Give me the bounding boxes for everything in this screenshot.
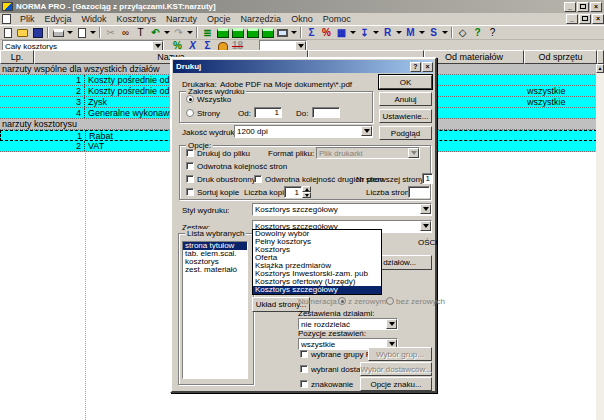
style-dropdown-button[interactable] xyxy=(420,204,431,214)
tree-view-button[interactable]: ≣ xyxy=(200,27,215,39)
view-window-4-button[interactable] xyxy=(260,27,275,39)
materialy-button[interactable]: M xyxy=(403,27,418,39)
column-dropdown-arrow-icon[interactable] xyxy=(373,31,379,34)
dropdown-option[interactable]: Kosztorys Inwestorski-zam. pub xyxy=(253,270,381,278)
reverse-order-checkbox[interactable] xyxy=(186,162,194,170)
first-page-input[interactable] xyxy=(422,173,433,184)
marking-checkbox[interactable] xyxy=(300,380,308,388)
column-header-od-materialow[interactable]: Od materiałów xyxy=(424,50,524,64)
menu-okno[interactable]: Okno xyxy=(286,13,318,25)
diamond-button[interactable]: ◇ xyxy=(455,27,470,39)
column-button[interactable]: ↧ xyxy=(357,27,372,39)
sum-button[interactable]: Σ xyxy=(304,27,319,39)
zestawienia-dropdown-button[interactable] xyxy=(386,319,397,329)
mdi-close-button[interactable]: × xyxy=(592,14,604,24)
list-item[interactable]: strona tytułow xyxy=(183,242,247,250)
menu-kosztorys[interactable]: Kosztorys xyxy=(112,13,162,25)
duplex-checkbox[interactable] xyxy=(186,175,194,183)
list-item[interactable]: tab. elem.scal. xyxy=(183,250,247,258)
mdi-restore-button[interactable] xyxy=(579,14,591,24)
grid-view-button[interactable]: ▦ xyxy=(334,27,349,39)
sprzet-button[interactable]: S xyxy=(426,27,441,39)
column-header-od-sprzetu[interactable]: Od sprzętu xyxy=(524,50,597,64)
context-help-button[interactable]: ? xyxy=(485,27,500,39)
dropdown-option[interactable]: Książka przedmiarów xyxy=(253,262,381,270)
monitor-view-button[interactable] xyxy=(275,27,290,39)
mdi-minimize-button[interactable]: _ xyxy=(566,14,578,24)
dropdown-option[interactable]: Kosztorys ofertowy (Urzędy) xyxy=(253,278,381,286)
new-button[interactable] xyxy=(0,27,15,39)
cut-button[interactable]: ✂ xyxy=(103,27,118,39)
from-input[interactable] xyxy=(254,107,282,118)
rms-groups-checkbox[interactable] xyxy=(300,350,308,358)
vertical-scrollbar[interactable]: ▲ xyxy=(596,64,604,420)
undo-button[interactable]: ↶ xyxy=(148,27,163,39)
list-item[interactable]: zest. materiałó xyxy=(183,266,247,274)
redo-button[interactable]: ↷ xyxy=(171,27,186,39)
dropdown-option[interactable]: Kosztorys xyxy=(253,246,381,254)
grid-dropdown-arrow-icon[interactable] xyxy=(350,31,356,34)
m-dropdown-arrow-icon[interactable] xyxy=(419,31,425,34)
preview-dropdown-arrow-icon[interactable] xyxy=(90,31,96,34)
dropdown-option-selected[interactable]: Kosztorys szczegółowy xyxy=(253,286,381,294)
menu-narzedzia[interactable]: Narzędzia xyxy=(236,13,287,25)
settings-button[interactable]: Ustawienie... xyxy=(379,109,432,123)
document-icon[interactable] xyxy=(2,14,11,24)
percent-button[interactable]: % xyxy=(319,27,334,39)
print-button[interactable] xyxy=(51,27,66,39)
pages-count-input[interactable] xyxy=(408,186,430,198)
preview-button[interactable]: Podgląd xyxy=(379,126,432,140)
help-button[interactable]: ? xyxy=(470,27,485,39)
reverse-second-checkbox[interactable] xyxy=(254,175,262,183)
s-dropdown-arrow-icon[interactable] xyxy=(442,31,448,34)
scroll-up-button[interactable]: ▲ xyxy=(596,64,604,73)
zestaw-dropdown-list[interactable]: Dowolny wybór Pełny kosztorys Kosztorys … xyxy=(252,229,382,295)
menu-plik[interactable]: Plik xyxy=(15,13,40,25)
copies-input[interactable] xyxy=(284,186,302,198)
redo-dropdown-arrow-icon[interactable] xyxy=(187,31,193,34)
save-button[interactable] xyxy=(30,27,45,39)
suppliers-checkbox[interactable] xyxy=(300,365,308,373)
menu-pomoc[interactable]: Pomoc xyxy=(318,13,356,25)
view-window-1-button[interactable] xyxy=(215,27,230,39)
menu-narzuty[interactable]: Narzuty xyxy=(161,13,202,25)
link-button[interactable]: ∞ xyxy=(118,27,133,39)
quality-dropdown-button[interactable] xyxy=(361,126,372,136)
to-input[interactable] xyxy=(312,107,340,118)
open-button[interactable] xyxy=(15,27,30,39)
dialog-title-bar[interactable]: Drukuj ? × xyxy=(173,60,434,73)
text-format-button[interactable]: T xyxy=(133,27,148,39)
print-to-file-checkbox[interactable] xyxy=(186,149,194,157)
view-window-3-button[interactable] xyxy=(245,27,260,39)
r-dropdown-arrow-icon[interactable] xyxy=(396,31,402,34)
selected-listbox[interactable]: strona tytułow tab. elem.scal. kosztorys… xyxy=(182,241,248,379)
menu-widok[interactable]: Widok xyxy=(77,13,112,25)
minimize-button[interactable]: _ xyxy=(564,2,576,12)
opcje-znaku-button[interactable]: Opcje znaku... xyxy=(360,377,432,391)
restore-button[interactable] xyxy=(577,2,589,12)
column-header-lp[interactable]: Lp. xyxy=(0,50,34,64)
dropdown-option[interactable]: Pełny kosztorys xyxy=(253,238,381,246)
dropdown-option[interactable]: Dowolny wybór xyxy=(253,230,381,238)
monitor-dropdown-arrow-icon[interactable] xyxy=(291,31,297,34)
dropdown-option[interactable]: Oferta xyxy=(253,254,381,262)
robocizna-button[interactable]: R xyxy=(380,27,395,39)
dialog-close-button[interactable]: × xyxy=(422,62,433,72)
ok-button[interactable]: OK xyxy=(379,75,432,89)
quality-combobox[interactable]: 1200 dpi xyxy=(234,125,373,138)
menu-edycja[interactable]: Edycja xyxy=(40,13,77,25)
range-all-radio[interactable] xyxy=(186,95,194,103)
copies-spin-down[interactable] xyxy=(302,192,311,198)
range-pages-radio[interactable] xyxy=(186,109,194,117)
dialog-help-button[interactable]: ? xyxy=(410,62,421,72)
print-style-combobox[interactable]: Kosztorys szczegółowy xyxy=(252,203,432,216)
collate-checkbox[interactable] xyxy=(186,188,194,196)
close-button[interactable]: × xyxy=(590,2,602,12)
zestaw-dropdown-button[interactable] xyxy=(420,221,431,231)
cancel-button[interactable]: Anuluj xyxy=(379,92,432,106)
print-dropdown-arrow-icon[interactable] xyxy=(67,31,73,34)
undo-dropdown-arrow-icon[interactable] xyxy=(164,31,170,34)
view-window-2-button[interactable] xyxy=(230,27,245,39)
list-item[interactable]: kosztorys xyxy=(183,258,247,266)
menu-opcje[interactable]: Opcje xyxy=(202,13,236,25)
